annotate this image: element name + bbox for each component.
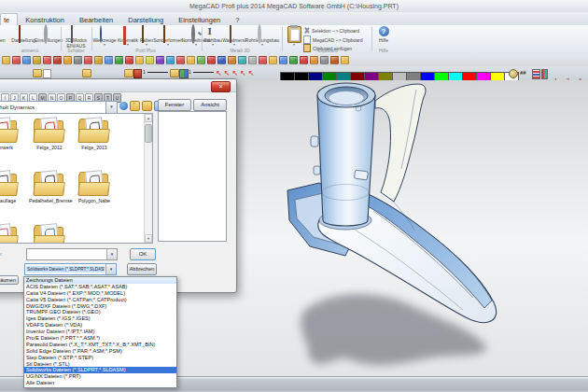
quick-tool-icon[interactable] — [300, 56, 308, 64]
snap-arrow-icon[interactable]: ↖ — [231, 69, 238, 78]
quick-tool-icon[interactable] — [135, 56, 144, 64]
filetype-option[interactable]: TRUMPF GEO Dateien (*.GEO) — [24, 309, 176, 315]
hash-icon[interactable]: ## — [520, 69, 526, 77]
fenster-button[interactable]: Fenster — [158, 99, 191, 111]
filetype-option[interactable]: Step Dateien (*.STP;*.STEP) — [24, 355, 176, 361]
quick-tool-icon[interactable] — [279, 56, 287, 64]
snap-arrow-icon[interactable]: ↖ — [224, 69, 231, 78]
quick-tool-icon[interactable] — [74, 56, 82, 64]
quick-tool-icon[interactable] — [43, 56, 51, 64]
ribbon-button-darstellung[interactable]: Darstellung — [11, 26, 35, 43]
quick-tool-icon[interactable] — [115, 56, 123, 64]
file-list-scrollbar[interactable]: ▲ ▼ — [144, 114, 152, 243]
sheet-icon[interactable] — [43, 69, 51, 78]
ribbon-tab-?[interactable]: ? — [228, 14, 246, 25]
scroll-down-icon[interactable]: ▼ — [145, 234, 152, 243]
new-folder-icon[interactable] — [142, 101, 152, 111]
folder-item[interactable] — [0, 224, 23, 244]
filetype-option[interactable]: Inventor Dateien (*.IPT;*.IAM) — [24, 329, 176, 335]
filetype-dropdown-list[interactable]: Zeichnungs DateienACIS Dateien (*.SAT;*.… — [23, 276, 177, 388]
dialog-title-bar[interactable]: × — [0, 79, 236, 92]
ribbon-button-3d-modus[interactable]: 3D-Modus EIN/AUS — [63, 26, 90, 49]
quick-tool-icon[interactable] — [187, 56, 195, 64]
cancel-button[interactable]: Abbrechen — [127, 263, 157, 275]
folder-item-Felge_2013[interactable]: Felge_2013 — [74, 118, 115, 150]
cleanup-button[interactable]: äumen — [0, 275, 19, 285]
close-icon[interactable]: × — [211, 81, 231, 92]
quick-tool-icon[interactable] — [84, 56, 92, 64]
quick-tool-icon[interactable] — [125, 56, 133, 64]
stripe-icon[interactable] — [541, 69, 548, 79]
linewidth-preview[interactable]: 1 — [189, 69, 214, 75]
quick-tool-icon[interactable] — [176, 56, 185, 64]
up-folder-icon[interactable] — [130, 101, 140, 111]
folder-item[interactable] — [29, 224, 70, 244]
filename-input[interactable]: ▾ — [26, 248, 118, 260]
ribbon-button-kinematik[interactable]: Kinematik ▾ — [117, 26, 139, 47]
quick-tool-icon[interactable] — [248, 56, 257, 64]
scrollbar-thumb[interactable] — [145, 124, 152, 143]
quick-tool-icon[interactable] — [94, 56, 103, 64]
ribbon-button-rohrleitungsbau[interactable]: Rohrleitungsbau ▾ — [245, 26, 279, 47]
ribbon-tab-Darstellung[interactable]: Darstellung — [120, 14, 171, 25]
filetype-option[interactable]: DWG/DXF Dateien (*.DWG;*.DXF) — [24, 303, 176, 310]
ribbon-button-falten[interactable]: Falten ▾ — [139, 26, 154, 47]
quick-tool-icon[interactable] — [105, 56, 113, 64]
filetype-option[interactable]: Solidworks Dateien (*.SLDPRT;*.SLDASM) — [24, 367, 176, 373]
ribbon-button-cut[interactable]: ten — [0, 26, 9, 43]
ansicht-button[interactable]: Ansicht — [193, 99, 227, 111]
quick-tool-icon[interactable] — [197, 56, 205, 64]
filetype-option[interactable]: Catia V4 Dateien (*.EXP;*.MOD;*.MODEL) — [24, 290, 176, 297]
filetype-option[interactable]: Parasolid Dateien (*.X_T;*.XMT_TXT;*.X_B… — [24, 342, 176, 348]
scroll-up-icon[interactable]: ▲ — [145, 114, 152, 122]
quick-tool-icon[interactable] — [330, 56, 339, 64]
layer-folder-icon[interactable] — [33, 69, 42, 77]
filetype-option[interactable]: Pro/E Dateien (*.PRT.*;*.ASM.*) — [24, 335, 176, 342]
filetype-option[interactable]: Stl Dateien (*.STL) — [24, 361, 176, 368]
quick-tool-icon[interactable] — [341, 56, 349, 64]
snap-arrow-icon[interactable]: ↖ — [240, 69, 246, 78]
folder-item-Fahrwerk[interactable]: Fahrwerk — [0, 118, 23, 150]
filetype-combobox[interactable]: Solidworks Dateien (*.SLDPRT;*.SLDASM) ▾ — [24, 263, 117, 275]
quick-tool-icon[interactable] — [207, 56, 216, 64]
ok-button[interactable]: OK — [130, 248, 156, 260]
filetype-option[interactable]: VDAFS Dateien (*.VDA) — [24, 322, 176, 329]
ribbon-button-stahlbau[interactable]: I Stahlbau ▾ — [203, 26, 223, 47]
quick-tool-icon[interactable] — [166, 56, 175, 64]
filetype-option[interactable]: UG/NX Dateien (*.PRT) — [24, 373, 176, 380]
quick-tool-icon[interactable] — [22, 56, 31, 64]
pen-style-icon[interactable] — [133, 69, 142, 78]
quick-tool-icon[interactable] — [269, 56, 277, 64]
quick-tool-icon[interactable] — [2, 56, 10, 64]
ribbon-tab-Einstellungen[interactable]: Einstellungen — [171, 14, 228, 25]
quick-tool-icon[interactable] — [217, 56, 226, 64]
ribbon-tab-te[interactable]: te — [0, 13, 18, 25]
quick-tool-icon[interactable] — [320, 56, 329, 64]
linetype-preview[interactable]: 1 — [143, 69, 168, 75]
ribbon-button-sonderformen[interactable]: Sonderformen ▾ — [154, 26, 182, 47]
ribbon-button-einstellungen[interactable]: Einstellungen — [35, 26, 62, 43]
snap-arrow-icon[interactable]: ↖ — [248, 69, 255, 78]
filetype-option[interactable]: Iges Dateien (*.IGS;*.IGES) — [24, 315, 176, 322]
quick-tool-icon[interactable] — [310, 56, 318, 64]
hatch-style-icon[interactable] — [179, 69, 189, 78]
quick-tool-icon[interactable] — [156, 56, 164, 64]
quick-tool-icon[interactable] — [238, 56, 246, 64]
filetype-option[interactable]: Zeichnungs Dateien — [24, 277, 176, 284]
ribbon-button-hilfe[interactable]: ? Hilfe — [375, 26, 392, 43]
address-combobox[interactable]: eefholt Dynamics ▾ — [0, 101, 118, 114]
quick-tool-icon[interactable] — [12, 56, 21, 64]
folder-item-Polygon_Nabe[interactable]: Polygon_Nabe — [74, 171, 115, 203]
filetype-option[interactable]: Solid Edge Dateien (*.PAR;*.ASM;*.PSM) — [24, 348, 176, 355]
snap-arrow-icon[interactable]: ↖ — [216, 69, 222, 78]
quick-tool-icon[interactable] — [33, 56, 41, 64]
ribbon-button-clipboard-big[interactable]: ▾ — [287, 26, 301, 47]
group-folder-icon[interactable] — [82, 69, 91, 77]
quick-tool-icon[interactable] — [63, 56, 72, 64]
linetype-folder-icon[interactable] — [124, 69, 133, 77]
quick-tool-icon[interactable] — [228, 56, 236, 64]
ribbon-item-megacad-clipboard[interactable]: MegaCAD --> Clipboard — [303, 35, 363, 44]
filetype-option[interactable]: ACIS Dateien (*.SAT;*.SAB;*.ASAT;*.ASAB) — [24, 284, 176, 290]
hatch-folder-icon[interactable] — [170, 69, 179, 77]
ribbon-item-selektion-clipboard[interactable]: Selektion --> Clipboard — [303, 27, 359, 34]
